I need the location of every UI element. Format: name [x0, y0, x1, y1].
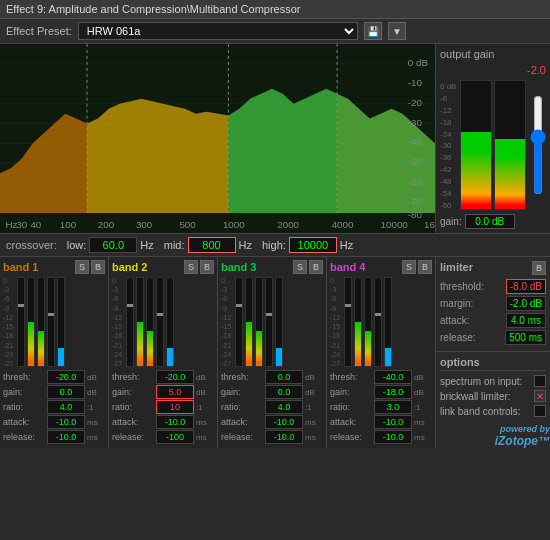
crossover-high-input[interactable] [289, 237, 337, 253]
band-2: band 2 S B 0 -3 -6 -9 -12 -15 -18 -21 -2… [109, 257, 218, 448]
link-option-row: link band controls: [440, 405, 546, 417]
band-3-thresh-input[interactable] [265, 370, 303, 384]
output-gain-slider[interactable] [530, 95, 546, 195]
crossover-low-input[interactable] [89, 237, 137, 253]
band-3-attack-label: attack: [221, 417, 263, 427]
band-4-input-fader[interactable] [344, 277, 352, 367]
band-3-attack-input[interactable] [265, 415, 303, 429]
output-gain-panel: output gain -2.0 0 dB -6 -12 -18 -24 -30… [435, 44, 550, 233]
brickwall-checkbox[interactable]: ✕ [534, 390, 546, 402]
crossover-low-label: low: [67, 239, 87, 251]
crossover-label: crossover: [6, 239, 57, 251]
band-1-solo-btn[interactable]: S [75, 260, 89, 274]
band-2-attack-unit: ms [196, 418, 207, 427]
band-4-buttons: S B [402, 260, 432, 274]
svg-text:30: 30 [16, 220, 27, 230]
band-3-gain-input[interactable] [265, 385, 303, 399]
preset-select[interactable]: HRW 061a [78, 22, 358, 40]
spectrum-checkbox[interactable] [534, 375, 546, 387]
band-1-input-fader[interactable] [17, 277, 25, 367]
output-meter-left [460, 80, 492, 210]
band-1-attack-input[interactable] [47, 415, 85, 429]
band-1-ratio-row: ratio: :1 [3, 400, 105, 414]
limiter-bypass-button[interactable]: B [532, 261, 546, 275]
band-2-gain-label: gain: [112, 387, 154, 397]
band-3-release-label: release: [221, 432, 263, 442]
band-3-output-fader[interactable] [265, 277, 273, 367]
band-1-scale: 0 -3 -6 -9 -12 -15 -18 -21 -24 -27 [3, 277, 15, 367]
svg-text:200: 200 [98, 220, 114, 230]
band-2-gain-input[interactable] [156, 385, 194, 399]
limiter-attack-value: 4.0 ms [506, 313, 546, 328]
svg-text:-30: -30 [408, 118, 422, 128]
band-4-gain-input[interactable] [374, 385, 412, 399]
band-4-input-meter [354, 277, 362, 367]
band-4-ratio-input[interactable] [374, 400, 412, 414]
band-2-input-fader[interactable] [126, 277, 134, 367]
band-1-gain-input[interactable] [47, 385, 85, 399]
svg-text:300: 300 [136, 220, 152, 230]
band-4-release-input[interactable] [374, 430, 412, 444]
band-2-release-row: release: ms [112, 430, 214, 444]
band-3-release-unit: ms [305, 433, 316, 442]
band-3-release-input[interactable] [265, 430, 303, 444]
band-1-bypass-btn[interactable]: B [91, 260, 105, 274]
band-1-thresh-input[interactable] [47, 370, 85, 384]
limiter-attack-label: attack: [440, 315, 469, 326]
band-4-gain-label: gain: [330, 387, 372, 397]
band-1-output-fader[interactable] [47, 277, 55, 367]
izotope-logo: powered by iZotope™ [436, 424, 550, 448]
band-3-input-fader[interactable] [235, 277, 243, 367]
band-1-title: band 1 [3, 261, 38, 273]
band-3-input-meter [245, 277, 253, 367]
band-2-thresh-input[interactable] [156, 370, 194, 384]
band-4-controls: 0 -3 -6 -9 -12 -15 -18 -21 -24 -27 [330, 277, 432, 367]
preset-save-button[interactable]: 💾 [364, 22, 382, 40]
band-2-attack-row: attack: ms [112, 415, 214, 429]
band-3-solo-btn[interactable]: S [293, 260, 307, 274]
band-2-solo-btn[interactable]: S [184, 260, 198, 274]
band-2-bypass-btn[interactable]: B [200, 260, 214, 274]
band-1-thresh-label: thresh: [3, 372, 45, 382]
band-3-output-meter [255, 277, 263, 367]
band-3-bypass-btn[interactable]: B [309, 260, 323, 274]
band-4-bypass-btn[interactable]: B [418, 260, 432, 274]
crossover-mid-label: mid: [164, 239, 185, 251]
band-2-output-fader[interactable] [156, 277, 164, 367]
limiter-threshold-row: threshold: -8.0 dB [440, 279, 546, 294]
limiter-attack-row: attack: 4.0 ms [440, 313, 546, 328]
crossover-mid-input[interactable] [188, 237, 236, 253]
preset-label: Effect Preset: [6, 25, 72, 37]
band-2-release-unit: ms [196, 433, 207, 442]
band-4-solo-btn[interactable]: S [402, 260, 416, 274]
band-1-ratio-input[interactable] [47, 400, 85, 414]
band-4-thresh-label: thresh: [330, 372, 372, 382]
spectrum-option-row: spectrum on input: [440, 375, 546, 387]
band-3: band 3 S B 0 -3 -6 -9 -12 -15 -18 -21 -2… [218, 257, 327, 448]
band-2-release-input[interactable] [156, 430, 194, 444]
crossover-high-label: high: [262, 239, 286, 251]
band-2-title: band 2 [112, 261, 147, 273]
band-2-gr-meter [166, 277, 174, 367]
limiter-threshold-label: threshold: [440, 281, 484, 292]
band-3-ratio-input[interactable] [265, 400, 303, 414]
band-1-gr-meter [57, 277, 65, 367]
band-2-input-meter [136, 277, 144, 367]
band-4-title: band 4 [330, 261, 365, 273]
band-3-attack-row: attack: ms [221, 415, 323, 429]
band-2-attack-input[interactable] [156, 415, 194, 429]
band-1-attack-unit: ms [87, 418, 98, 427]
link-checkbox[interactable] [534, 405, 546, 417]
band-4-attack-input[interactable] [374, 415, 412, 429]
preset-menu-button[interactable]: ▼ [388, 22, 406, 40]
limiter-section: limiter B threshold: -8.0 dB margin: -2.… [436, 257, 550, 352]
band-4-output-fader[interactable] [374, 277, 382, 367]
band-2-ratio-input[interactable] [156, 400, 194, 414]
band-4-thresh-input[interactable] [374, 370, 412, 384]
band-4: band 4 S B 0 -3 -6 -9 -12 -15 -18 -21 -2… [327, 257, 435, 448]
band-1-release-input[interactable] [47, 430, 85, 444]
band-4-ratio-label: ratio: [330, 402, 372, 412]
band-4-release-row: release: ms [330, 430, 432, 444]
limiter-title: limiter [440, 261, 473, 275]
gain-value: 0.0 dB [465, 214, 515, 229]
